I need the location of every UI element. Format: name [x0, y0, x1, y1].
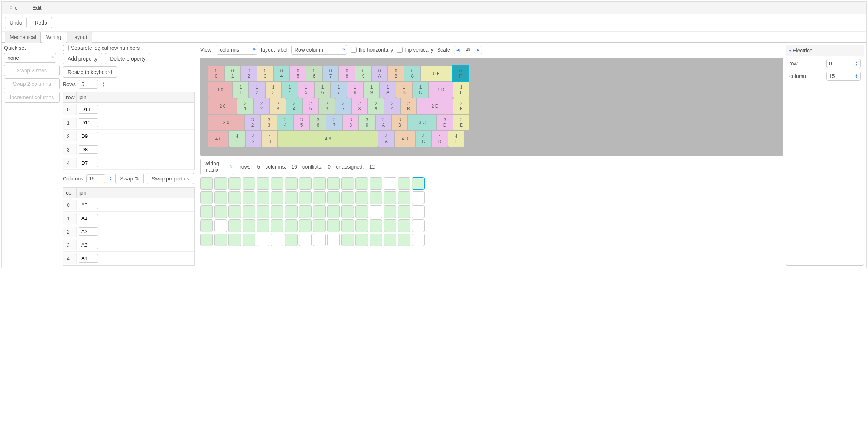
matrix-cell[interactable] — [243, 234, 255, 246]
matrix-cell[interactable] — [299, 234, 312, 246]
matrix-cell[interactable] — [384, 219, 396, 232]
matrix-cell[interactable] — [384, 205, 396, 218]
keyboard-key[interactable]: 3 0 — [208, 115, 244, 130]
matrix-cell[interactable] — [228, 191, 241, 204]
keyboard-key[interactable]: 0 0 — [208, 66, 224, 81]
matrix-cell[interactable] — [271, 219, 283, 232]
keyboard-key[interactable]: 3 8 — [343, 115, 358, 130]
rows-input[interactable]: 5 — [79, 80, 98, 89]
keyboard-key[interactable]: 1 E — [453, 82, 469, 98]
matrix-cell[interactable] — [200, 191, 213, 204]
keyboard-key[interactable]: 4 B — [395, 131, 415, 147]
scale-up-icon[interactable]: ▶ — [474, 46, 482, 54]
matrix-cell[interactable] — [412, 205, 425, 218]
matrix-cell[interactable] — [200, 234, 213, 246]
keyboard-key[interactable]: 4 6 — [278, 131, 378, 147]
tab-wiring[interactable]: Wiring — [42, 32, 66, 43]
matrix-cell[interactable] — [271, 177, 283, 190]
keyboard-key[interactable]: 0 1 — [225, 66, 240, 81]
matrix-cell[interactable] — [398, 234, 410, 246]
matrix-cell[interactable] — [412, 177, 425, 190]
matrix-cell[interactable] — [355, 177, 368, 190]
keyboard-key[interactable]: 2 0 — [208, 98, 237, 114]
redo-button[interactable]: Redo — [30, 17, 52, 28]
col-pin-input[interactable] — [79, 201, 98, 209]
matrix-cell[interactable] — [257, 191, 269, 204]
matrix-cell[interactable] — [299, 205, 312, 218]
col-pin-input[interactable] — [79, 241, 98, 249]
keyboard-key[interactable]: 3 3 — [261, 115, 277, 130]
keyboard-key[interactable]: 2 4 — [286, 98, 302, 114]
keyboard-key[interactable]: 3 9 — [359, 115, 375, 130]
keyboard-key[interactable]: 0 2 — [241, 66, 257, 81]
columns-spinner[interactable]: ▲▼ — [109, 176, 112, 181]
layout-label-select[interactable]: Row column — [291, 45, 347, 55]
matrix-cell[interactable] — [285, 219, 298, 232]
keyboard-key[interactable]: 0 6 — [306, 66, 322, 81]
matrix-cell[interactable] — [384, 177, 396, 190]
matrix-cell[interactable] — [355, 191, 368, 204]
col-pin-input[interactable] — [79, 227, 98, 236]
keyboard-key[interactable]: 2 3 — [270, 98, 286, 114]
matrix-cell[interactable] — [285, 191, 298, 204]
keyboard-key[interactable]: 4 1 — [229, 131, 245, 147]
keyboard-key[interactable]: 1 5 — [298, 82, 314, 98]
matrix-cell[interactable] — [370, 205, 382, 218]
keyboard-key[interactable]: 2 1 — [237, 98, 253, 114]
matrix-cell[interactable] — [341, 191, 354, 204]
col-pin-input[interactable] — [79, 214, 98, 222]
matrix-cell[interactable] — [214, 177, 227, 190]
view-mode-select[interactable]: columns — [217, 45, 257, 55]
matrix-cell[interactable] — [398, 219, 410, 232]
matrix-cell[interactable] — [257, 234, 269, 246]
matrix-cell[interactable] — [327, 219, 340, 232]
matrix-cell[interactable] — [341, 234, 354, 246]
row-pin-input[interactable] — [79, 159, 98, 167]
swap-properties-button[interactable]: Swap properties — [147, 173, 194, 184]
separate-logical-checkbox[interactable]: Separete logical row numbers — [63, 45, 140, 51]
increment-columns-button[interactable]: Increment columns — [4, 92, 60, 103]
keyboard-key[interactable]: 2 D — [417, 98, 453, 114]
keyboard-key[interactable]: 4 C — [416, 131, 431, 147]
matrix-cell[interactable] — [214, 219, 227, 232]
matrix-cell[interactable] — [271, 191, 283, 204]
matrix-cell[interactable] — [341, 177, 354, 190]
keyboard-key[interactable]: 4 D — [432, 131, 448, 147]
keyboard-key[interactable]: 1 9 — [364, 82, 379, 98]
keyboard-key[interactable]: 4 2 — [246, 131, 261, 147]
matrix-cell[interactable] — [228, 234, 241, 246]
keyboard-key[interactable]: 1 D — [429, 82, 453, 98]
matrix-cell[interactable] — [257, 219, 269, 232]
keyboard-key[interactable]: 0 9 — [355, 66, 371, 81]
scale-control[interactable]: ◀ 40 ▶ — [454, 46, 482, 54]
swap-updown-button[interactable]: Swap ⇅ — [115, 173, 144, 184]
row-pin-input[interactable] — [79, 105, 98, 114]
swap-columns-button[interactable]: Swap 2 columns — [4, 78, 60, 89]
matrix-cell[interactable] — [370, 191, 382, 204]
matrix-cell[interactable] — [355, 234, 368, 246]
tab-mechanical[interactable]: Mechanical — [5, 32, 41, 43]
matrix-cell[interactable] — [243, 191, 255, 204]
keyboard-key[interactable]: 1 B — [396, 82, 412, 98]
keyboard-key[interactable]: 2 5 — [303, 98, 318, 114]
matrix-cell[interactable] — [412, 234, 425, 246]
electrical-column-input[interactable]: 15 ▲▼ — [826, 72, 861, 81]
matrix-cell[interactable] — [398, 191, 410, 204]
keyboard-key[interactable]: 1 2 — [249, 82, 265, 98]
keyboard-key[interactable]: 3 E — [453, 115, 469, 130]
keyboard-key[interactable]: 1 1 — [233, 82, 248, 98]
matrix-cell[interactable] — [327, 191, 340, 204]
keyboard-key[interactable]: 2 B — [401, 98, 416, 114]
keyboard-key[interactable]: 4 0 — [208, 131, 228, 147]
keyboard-key[interactable]: 3 D — [437, 115, 453, 130]
matrix-cell[interactable] — [299, 191, 312, 204]
matrix-cell[interactable] — [341, 205, 354, 218]
matrix-cell[interactable] — [370, 219, 382, 232]
row-pin-input[interactable] — [79, 132, 98, 140]
matrix-cell[interactable] — [327, 177, 340, 190]
matrix-cell[interactable] — [313, 191, 326, 204]
keyboard-key[interactable]: 3 4 — [277, 115, 293, 130]
matrix-cell[interactable] — [341, 219, 354, 232]
keyboard-key[interactable]: 1 6 — [315, 82, 330, 98]
keyboard-key[interactable]: 0 3 — [257, 66, 273, 81]
